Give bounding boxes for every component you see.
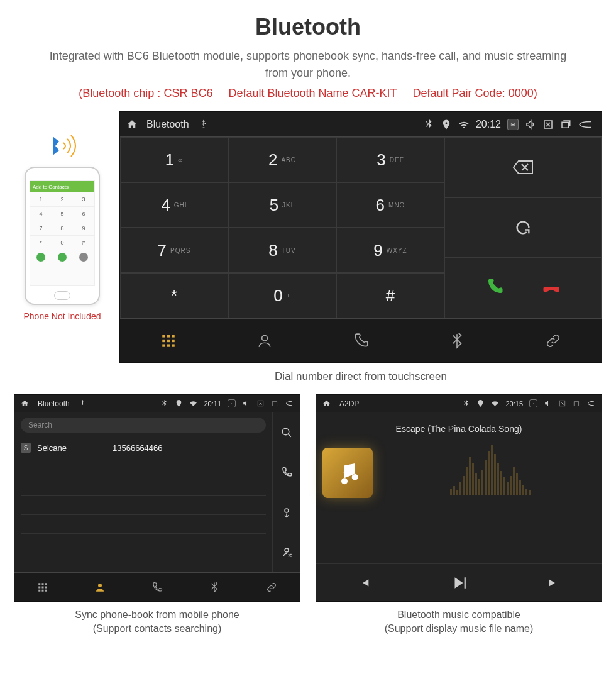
dial-key-*[interactable]: * (120, 273, 228, 318)
volume-icon[interactable] (525, 119, 536, 130)
search-button[interactable] (272, 412, 300, 453)
dial-key-8[interactable]: 8TUV (228, 228, 336, 273)
screenshot-button[interactable] (228, 399, 236, 407)
contact-badge: S (21, 443, 31, 453)
tab-bluetooth[interactable] (185, 573, 243, 601)
delete-contact-button[interactable] (272, 533, 300, 573)
dial-key-7[interactable]: 7PQRS (120, 228, 228, 273)
recent-apps-icon[interactable] (573, 399, 581, 407)
volume-icon[interactable] (242, 399, 250, 407)
sync-down-button[interactable] (272, 492, 300, 533)
bluetooth-icon (423, 119, 434, 130)
call-button[interactable] (485, 277, 504, 299)
dial-key-3[interactable]: 3DEF (336, 137, 444, 182)
screenshot-button[interactable] (507, 119, 519, 130)
svg-rect-24 (45, 586, 47, 588)
svg-rect-2 (562, 122, 569, 128)
mock-key: 8 (52, 221, 73, 235)
tab-pair[interactable] (243, 573, 300, 601)
mock-key: 7 (30, 221, 52, 235)
tab-callhistory[interactable] (312, 319, 409, 362)
playpause-button[interactable] (411, 564, 506, 601)
dial-key-#[interactable]: # (336, 273, 444, 318)
tab-contacts[interactable] (216, 319, 312, 362)
dial-key-5[interactable]: 5JKL (228, 182, 336, 228)
svg-point-12 (261, 335, 267, 341)
player-controls (316, 563, 602, 601)
screenshot-button[interactable] (529, 399, 537, 407)
usb-icon (79, 399, 87, 407)
bluetooth-signal-icon (14, 130, 111, 162)
svg-point-13 (231, 403, 232, 404)
mock-key: * (30, 236, 52, 250)
contact-row[interactable]: S Seicane 13566664466 (21, 438, 266, 458)
dial-key-0[interactable]: 0+ (228, 273, 336, 318)
home-icon[interactable] (322, 399, 331, 407)
phone-mock-header: Add to Contacts (30, 181, 94, 192)
svg-rect-5 (172, 335, 174, 337)
tab-callhistory[interactable] (129, 573, 186, 601)
mock-key: 6 (73, 207, 94, 221)
videocall-icon (36, 253, 45, 262)
close-icon[interactable] (558, 399, 566, 407)
a2dp-unit-column: A2DP 20:15 Escape (The Pina Colada Song) (316, 394, 602, 636)
location-icon (441, 119, 452, 130)
tab-dialpad[interactable] (120, 319, 216, 362)
hangup-button[interactable] (542, 277, 561, 299)
back-icon[interactable] (285, 399, 294, 407)
svg-rect-25 (39, 589, 41, 591)
album-art (322, 448, 373, 498)
contact-number: 13566664466 (113, 443, 163, 453)
home-icon[interactable] (126, 119, 138, 130)
status-time: 20:11 (204, 400, 221, 407)
phonebook-caption-2: (Support contacts searching) (14, 622, 300, 636)
phone-caption: Phone Not Included (14, 311, 111, 321)
recent-apps-icon[interactable] (271, 399, 279, 407)
contact-list[interactable]: S Seicane 13566664466 (14, 438, 272, 572)
spec-code: Default Pair Code: 0000) (407, 87, 544, 99)
search-input[interactable]: Search (21, 418, 266, 433)
backspace-button[interactable] (444, 137, 602, 197)
close-icon[interactable] (256, 399, 265, 407)
svg-rect-11 (172, 344, 174, 346)
call-button[interactable] (272, 453, 300, 493)
phonebook-unit-column: Bluetooth 20:11 Se (14, 394, 300, 636)
wifi-icon (458, 119, 470, 130)
svg-rect-6 (162, 339, 165, 341)
dial-key-6[interactable]: 6MNO (336, 182, 444, 228)
back-icon[interactable] (587, 399, 595, 407)
svg-rect-20 (42, 583, 44, 585)
back-icon[interactable] (578, 119, 595, 130)
dialer-keypad: 1∞2ABC3DEF4GHI5JKL6MNO7PQRS8TUV9WXYZ*0+# (120, 137, 602, 318)
svg-rect-3 (162, 335, 165, 337)
home-icon[interactable] (21, 399, 29, 407)
page-title: Bluetooth (0, 0, 616, 48)
location-icon (175, 399, 183, 407)
phone-home-button (54, 291, 70, 300)
svg-rect-8 (172, 339, 174, 341)
dial-key-1[interactable]: 1∞ (120, 137, 228, 182)
status-title: A2DP (339, 399, 359, 408)
dial-key-9[interactable]: 9WXYZ (336, 228, 444, 273)
tab-bluetooth[interactable] (409, 319, 505, 362)
svg-point-17 (285, 509, 289, 512)
recent-apps-icon[interactable] (560, 119, 571, 130)
tab-dialpad[interactable] (14, 573, 72, 601)
svg-rect-7 (167, 339, 169, 341)
dial-key-4[interactable]: 4GHI (120, 182, 228, 228)
svg-rect-21 (45, 583, 47, 585)
svg-point-28 (98, 584, 102, 587)
prev-button[interactable] (316, 564, 411, 601)
phonebook-caption-1: Sync phone-book from mobile phone (14, 608, 300, 622)
dial-key-2[interactable]: 2ABC (228, 137, 336, 182)
location-icon (476, 399, 485, 407)
volume-icon[interactable] (544, 399, 552, 407)
close-icon[interactable] (542, 119, 554, 130)
tab-pair[interactable] (505, 319, 602, 362)
status-time: 20:12 (476, 119, 501, 130)
svg-point-0 (512, 124, 514, 126)
a2dp-caption-2: (Support display music file name) (316, 622, 602, 636)
tab-contacts[interactable] (72, 573, 129, 601)
next-button[interactable] (507, 564, 602, 601)
redial-button[interactable] (444, 197, 602, 258)
